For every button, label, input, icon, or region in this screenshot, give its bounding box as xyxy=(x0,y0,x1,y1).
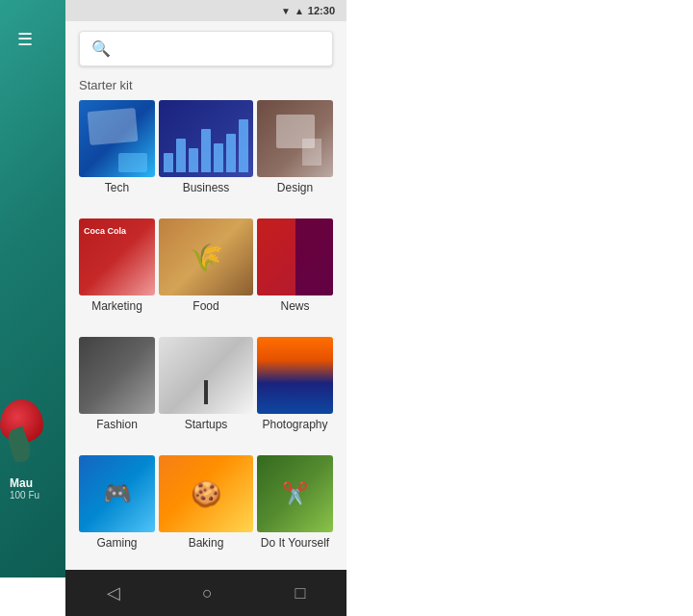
category-thumb-gaming xyxy=(79,455,155,532)
category-thumb-inner-photography xyxy=(257,337,333,414)
category-thumb-inner-diy xyxy=(257,455,333,532)
category-item-diy[interactable]: Do It Yourself xyxy=(257,455,333,570)
status-time: 12:30 xyxy=(308,5,335,16)
category-label-tech: Tech xyxy=(105,177,129,200)
category-label-diy: Do It Yourself xyxy=(261,532,329,555)
category-thumb-diy xyxy=(257,455,333,532)
category-thumb-marketing xyxy=(79,218,155,295)
status-icons: ▼ ▲ 12:30 xyxy=(281,5,335,16)
category-thumb-startups xyxy=(159,337,253,414)
category-thumb-inner-design xyxy=(257,100,333,177)
category-item-baking[interactable]: Baking xyxy=(159,455,253,570)
category-label-baking: Baking xyxy=(189,532,224,555)
wifi-icon: ▼ xyxy=(281,6,291,16)
user-info: Mau 100 Fu xyxy=(10,476,39,500)
category-label-business: Business xyxy=(183,177,230,200)
user-name: Mau xyxy=(10,476,39,490)
left-sidebar: ☰ Mau 100 Fu xyxy=(0,0,65,578)
category-thumb-inner-startups xyxy=(159,337,253,414)
section-label: Starter kit xyxy=(65,74,346,100)
rose-decoration xyxy=(0,385,53,462)
category-item-marketing[interactable]: Marketing xyxy=(79,218,155,333)
category-thumb-inner-food xyxy=(159,218,253,295)
search-box[interactable]: 🔍 xyxy=(79,31,333,66)
category-thumb-business xyxy=(159,100,253,177)
right-panel xyxy=(346,0,693,616)
category-thumb-fashion xyxy=(79,337,155,414)
categories-grid: TechBusinessDesignMarketingFoodNewsFashi… xyxy=(65,100,346,570)
category-thumb-inner-gaming xyxy=(79,455,155,532)
back-button[interactable]: ◁ xyxy=(91,575,136,611)
signal-icon: ▲ xyxy=(295,6,304,16)
menu-button[interactable]: □ xyxy=(279,576,321,611)
category-item-fashion[interactable]: Fashion xyxy=(79,337,155,451)
search-icon: 🔍 xyxy=(91,39,111,58)
user-sub: 100 Fu xyxy=(10,490,39,500)
category-thumb-photography xyxy=(257,337,333,414)
main-panel: ▼ ▲ 12:30 🔍 Starter kit TechBusinessDesi… xyxy=(65,0,346,616)
category-item-design[interactable]: Design xyxy=(257,100,333,215)
hamburger-icon[interactable]: ☰ xyxy=(17,29,33,50)
category-thumb-design xyxy=(257,100,333,177)
category-item-tech[interactable]: Tech xyxy=(79,100,155,215)
category-label-gaming: Gaming xyxy=(96,532,137,555)
category-item-photography[interactable]: Photography xyxy=(257,337,333,451)
category-label-marketing: Marketing xyxy=(91,295,142,319)
category-item-startups[interactable]: Startups xyxy=(159,337,253,451)
category-label-news: News xyxy=(280,295,309,319)
category-item-food[interactable]: Food xyxy=(159,218,253,333)
category-thumb-inner-business xyxy=(159,100,253,177)
category-thumb-inner-tech xyxy=(79,100,155,177)
category-label-design: Design xyxy=(277,177,313,200)
navigation-bar: ◁ ○ □ xyxy=(65,570,346,616)
category-item-news[interactable]: News xyxy=(257,218,333,333)
category-item-gaming[interactable]: Gaming xyxy=(79,455,155,570)
category-thumb-inner-fashion xyxy=(79,337,155,414)
home-button[interactable]: ○ xyxy=(187,576,228,611)
search-input[interactable] xyxy=(118,41,321,57)
category-label-food: Food xyxy=(192,295,218,319)
category-label-photography: Photography xyxy=(262,414,327,437)
category-thumb-food xyxy=(159,218,253,295)
category-thumb-inner-marketing xyxy=(79,218,155,295)
category-thumb-tech xyxy=(79,100,155,177)
search-area: 🔍 xyxy=(65,21,346,74)
category-thumb-baking xyxy=(159,455,253,532)
category-thumb-inner-news xyxy=(257,218,333,295)
category-thumb-news xyxy=(257,218,333,295)
category-item-business[interactable]: Business xyxy=(159,100,253,215)
category-thumb-inner-baking xyxy=(159,455,253,532)
category-label-fashion: Fashion xyxy=(96,414,138,437)
status-bar: ▼ ▲ 12:30 xyxy=(65,0,346,21)
category-label-startups: Startups xyxy=(185,414,228,437)
